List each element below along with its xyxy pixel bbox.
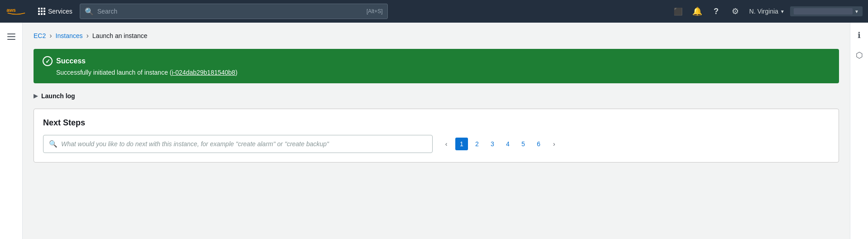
next-steps-search-icon: 🔍 [49,140,58,148]
bell-icon: 🔔 [692,6,702,16]
nav-icons: ⬛ 🔔 ? ⚙ N. Virginia ▼ ▼ [670,3,863,20]
terminal-button[interactable]: ⬛ [670,3,687,20]
grid-icon [38,8,45,15]
launch-log-toggle[interactable]: ▶ Launch log [34,92,839,100]
account-selector[interactable]: ▼ [790,6,863,16]
breadcrumb-ec2[interactable]: EC2 [34,32,46,39]
question-icon: ? [714,7,719,16]
shield-icon[interactable]: ⬡ [852,48,867,62]
region-selector[interactable]: N. Virginia ▼ [746,6,788,17]
account-label [794,8,853,14]
search-input[interactable] [97,8,363,15]
region-label: N. Virginia [749,8,778,15]
page-2-button[interactable]: 2 [471,138,483,150]
launch-log-label: Launch log [41,92,75,100]
success-banner: ✓ Success Successfully initiated launch … [34,49,839,83]
next-steps-title: Next Steps [43,118,829,128]
terminal-icon: ⬛ [674,7,683,16]
page-6-button[interactable]: 6 [532,138,545,150]
bell-button[interactable]: 🔔 [689,3,706,20]
settings-button[interactable]: ⚙ [727,3,744,20]
sidebar-toggle [0,23,23,239]
chevron-down-icon: ▼ [780,9,785,14]
instance-id-link[interactable]: i-024dab29b181540b8 [172,69,235,76]
prev-page-button[interactable]: ‹ [440,138,453,150]
hamburger-button[interactable] [4,30,19,43]
search-shortcut: [Alt+S] [366,8,383,14]
help-button[interactable]: ? [708,3,725,20]
search-icon: 🔍 [85,7,94,16]
next-steps-search-input[interactable] [61,140,427,148]
account-chevron-icon: ▼ [854,9,859,14]
svg-text:aws: aws [6,7,15,12]
page-3-button[interactable]: 3 [486,138,499,150]
gear-icon: ⚙ [732,6,739,16]
info-icon[interactable]: ℹ [852,28,867,43]
page-1-button[interactable]: 1 [455,138,468,150]
breadcrumb-instances[interactable]: Instances [56,32,83,39]
pagination: ‹ 1 2 3 4 5 6 › [440,138,560,150]
search-bar[interactable]: 🔍 [Alt+S] [80,4,388,19]
page-4-button[interactable]: 4 [502,138,514,150]
aws-logo[interactable]: aws [5,4,31,19]
launch-log-arrow-icon: ▶ [34,93,38,99]
breadcrumb-separator-2: › [87,32,89,40]
page-layout: EC2 › Instances › Launch an instance ✓ S… [0,23,868,239]
next-steps-search-bar[interactable]: 🔍 [43,135,433,153]
success-check-icon: ✓ [43,56,53,66]
next-page-button[interactable]: › [548,138,560,150]
breadcrumb: EC2 › Instances › Launch an instance [34,32,839,40]
success-message: Successfully initiated launch of instanc… [43,69,830,76]
main-content: EC2 › Instances › Launch an instance ✓ S… [23,23,850,239]
page-5-button[interactable]: 5 [517,138,530,150]
breadcrumb-separator-1: › [49,32,52,40]
right-panel: ℹ ⬡ [850,23,868,239]
services-label: Services [48,8,72,15]
breadcrumb-current: Launch an instance [92,32,147,39]
next-steps-card: Next Steps 🔍 ‹ 1 2 3 4 5 6 › [34,109,839,163]
services-button[interactable]: Services [34,6,76,17]
top-nav: aws Services 🔍 [Alt+S] ⬛ 🔔 ? ⚙ N. [0,0,868,23]
success-title: ✓ Success [43,56,830,66]
